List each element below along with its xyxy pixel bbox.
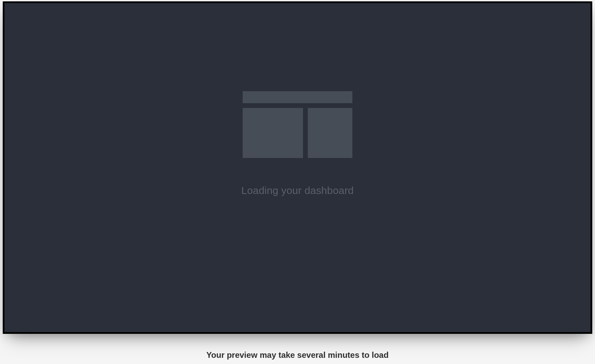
preview-frame: Loading your dashboard: [3, 1, 592, 334]
loading-indicator: Loading your dashboard: [241, 91, 354, 196]
preview-delay-note: Your preview may take several minutes to…: [206, 350, 389, 360]
loading-text: Loading your dashboard: [241, 185, 354, 196]
dashboard-skeleton-icon: [243, 91, 352, 158]
skeleton-bar-top: [243, 91, 352, 103]
skeleton-block-right: [308, 108, 352, 158]
skeleton-block-left: [243, 108, 303, 158]
skeleton-bottom-row: [243, 108, 352, 158]
